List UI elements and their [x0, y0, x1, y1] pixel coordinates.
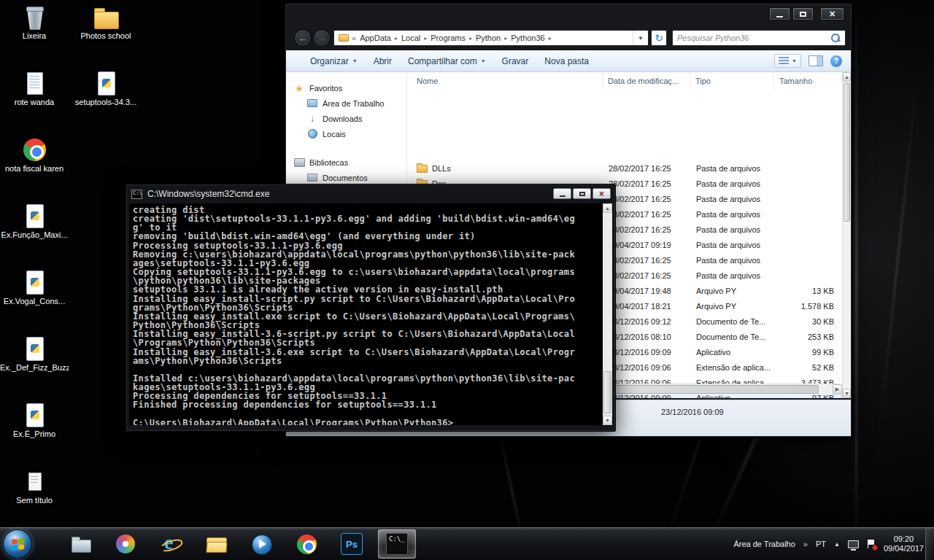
console-output[interactable]: creating dist creating 'dist\setuptools-… [129, 203, 603, 425]
desktop-icon-label: Ex.Função_Maxi... [0, 230, 69, 240]
organize-button[interactable]: Organizar▼ [302, 53, 366, 69]
cmd-close-button[interactable]: × [593, 188, 611, 199]
desktop-icon[interactable]: Ex.É_Primo [0, 402, 69, 469]
cmd-app-icon[interactable] [378, 529, 416, 559]
desktop-icon[interactable]: Photos school [72, 4, 140, 71]
photoshop-icon[interactable] [333, 529, 371, 559]
python-file-icon [20, 271, 48, 295]
star-icon [293, 83, 305, 93]
breadcrumb-segment[interactable]: AppData [356, 34, 395, 42]
desktop-toolbar-label[interactable]: Área de Trabalho [733, 540, 795, 548]
vertical-scroll-thumb[interactable] [844, 83, 850, 222]
action-center-flag-icon[interactable] [867, 540, 876, 549]
desktop-icon[interactable]: Sem título [0, 469, 69, 535]
scroll-down-button[interactable]: ▼ [843, 389, 851, 398]
breadcrumb-segment[interactable]: Python [472, 34, 504, 42]
new-folder-button[interactable]: Nova pasta [536, 53, 597, 69]
column-header-name[interactable]: Nome [407, 72, 603, 90]
address-history-dropdown[interactable]: ▼ [633, 31, 648, 45]
sidebar-item[interactable]: Downloads [286, 111, 406, 126]
forward-button[interactable]: → [313, 29, 331, 47]
refresh-button[interactable]: ↻ [651, 30, 667, 46]
column-header-date[interactable]: Data de modificaç... [603, 72, 690, 90]
open-button[interactable]: Abrir [366, 53, 400, 69]
cmd-maximize-button[interactable] [573, 188, 591, 199]
sidebar-group-libraries[interactable]: Bibliotecas [286, 155, 406, 170]
breadcrumb[interactable]: « AppData▸ Local▸ Programs▸ Python▸ Pyth… [333, 30, 649, 46]
column-header-type[interactable]: Tipo [690, 72, 774, 90]
clock[interactable]: 09:20 09/04/2017 [884, 534, 924, 553]
maximize-icon [800, 12, 806, 17]
breadcrumb-folder-icon [339, 34, 349, 42]
console-line: Processing setuptools-33.1.1-py3.6.egg [133, 241, 601, 250]
chrome-icon[interactable] [287, 529, 325, 559]
file-date: 28/02/2017 16:25 [603, 179, 691, 188]
close-button[interactable]: × [820, 7, 844, 20]
cmd-titlebar[interactable]: C:\Windows\system32\cmd.exe × [126, 184, 615, 203]
desktop-icon[interactable]: Lixeira [0, 4, 69, 71]
maximize-button[interactable] [792, 7, 814, 20]
show-desktop-button[interactable] [925, 527, 934, 560]
desktop-icon[interactable]: Ex.Função_Maxi... [0, 203, 69, 270]
scroll-down-button[interactable]: ▼ [603, 416, 612, 425]
gallery-icon[interactable] [107, 529, 144, 559]
language-indicator[interactable]: PT [816, 540, 826, 548]
scroll-right-button[interactable]: ▶ [833, 384, 842, 394]
command-bar: Organizar▼ Abrir Compartilhar com▼ Grava… [286, 50, 851, 72]
desktop-icon[interactable]: nota fiscal karen [0, 137, 69, 203]
file-date: 28/02/2017 16:25 [603, 164, 691, 173]
burn-button[interactable]: Gravar [494, 53, 537, 69]
desktop-icon[interactable]: setuptools-34.3... [72, 71, 140, 137]
file-date: 28/02/2017 16:25 [603, 210, 691, 219]
desktop-icon[interactable]: Ex._Def_Fizz_Buzz [0, 336, 69, 402]
explorer-folder-icon[interactable] [197, 529, 235, 559]
network-icon[interactable] [848, 540, 859, 548]
cmd-window: C:\Windows\system32\cmd.exe × creating d… [126, 184, 616, 432]
share-button[interactable]: Compartilhar com▼ [400, 53, 494, 69]
file-type: Pasta de arquivos [691, 210, 775, 219]
internet-explorer-icon[interactable] [152, 529, 190, 559]
files-icon[interactable] [61, 529, 99, 559]
desktop-icon-label: rote wanda [0, 98, 69, 107]
document-icon [20, 71, 48, 96]
scroll-up-button[interactable]: ▲ [843, 72, 851, 82]
sidebar-item[interactable]: Documentos [286, 170, 406, 185]
search-icon[interactable] [830, 33, 841, 43]
help-button[interactable]: ? [830, 55, 842, 67]
sidebar-item[interactable]: Área de Trabalho [286, 96, 406, 111]
minimize-button[interactable] [769, 7, 790, 20]
console-icon[interactable] [131, 190, 142, 199]
plain-file-icon [20, 470, 48, 494]
folder-icon [417, 165, 428, 173]
start-button[interactable] [3, 529, 32, 559]
file-date: 09/04/2017 19:48 [603, 287, 691, 295]
desktop-icon[interactable]: Ex.Vogal_Cons... [0, 270, 69, 336]
breadcrumb-segment[interactable]: Python36 [507, 34, 548, 42]
breadcrumb-segment[interactable]: Programs [427, 34, 469, 42]
console-scrollbar[interactable]: ▲ ▼ [603, 203, 612, 425]
libraries-label: Bibliotecas [309, 158, 348, 167]
toolbar-expand-chevron[interactable]: » [803, 540, 808, 548]
vertical-scrollbar[interactable]: ▲ ▼ [842, 72, 851, 398]
alert-badge [872, 545, 878, 551]
cmd-minimize-button[interactable] [553, 188, 571, 199]
back-button[interactable]: ← [294, 29, 312, 47]
column-header-size[interactable]: Tamanho [774, 72, 842, 90]
file-date: 09/04/2017 18:21 [603, 302, 691, 311]
sidebar-item[interactable]: Locais [286, 126, 406, 141]
scroll-up-button[interactable]: ▲ [603, 203, 612, 213]
desktop-icon-label: Ex.É_Primo [0, 429, 69, 439]
change-view-button[interactable]: ▼ [774, 54, 801, 68]
hidden-icons-chevron-icon[interactable]: ▲ [834, 541, 840, 548]
preview-pane-button[interactable] [808, 55, 823, 66]
console-scroll-thumb[interactable] [603, 371, 611, 413]
file-row[interactable]: DLLs 28/02/2017 16:25 Pasta de arquivos [407, 160, 842, 176]
media-player-icon[interactable] [242, 529, 280, 559]
breadcrumb-segment[interactable]: Local [398, 34, 424, 42]
sidebar-group-favorites[interactable]: Favoritos [286, 81, 406, 96]
documents-icon [306, 173, 318, 183]
file-name: DLLs [432, 164, 451, 173]
desktop-icon[interactable]: rote wanda [0, 71, 69, 137]
search-input[interactable] [673, 34, 830, 42]
desktop-icon-label: nota fiscal karen [0, 164, 69, 174]
